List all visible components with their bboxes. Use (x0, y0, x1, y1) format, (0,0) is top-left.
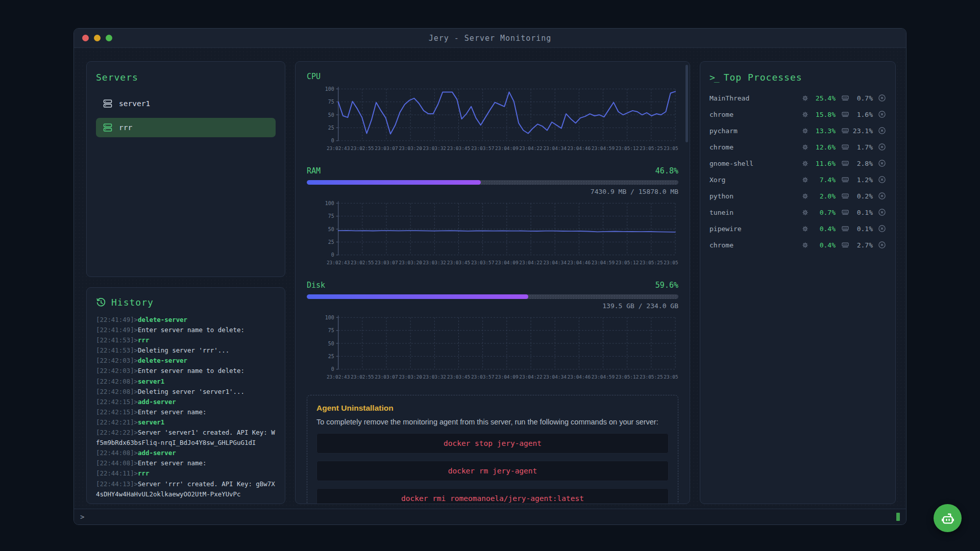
disk-percent: 59.6% (655, 281, 678, 290)
process-name: chrome (709, 143, 802, 151)
cpu-gauge-icon (802, 128, 808, 134)
svg-text:23:04:59: 23:04:59 (592, 260, 615, 265)
svg-text:50: 50 (328, 341, 334, 346)
agent-uninstall-section: Agent Uninstallation To completely remov… (307, 395, 678, 504)
kill-process-button[interactable] (878, 208, 886, 216)
server-item-rrr[interactable]: rrr (96, 118, 276, 137)
history-entry: [22:42:15]>Enter server name: (96, 407, 276, 417)
close-window-button[interactable] (82, 35, 89, 41)
minimize-window-button[interactable] (94, 35, 101, 41)
cpu-chart: 025507510023:02:4323:02:5523:03:0723:03:… (307, 85, 678, 152)
server-name: server1 (119, 99, 150, 108)
svg-text:100: 100 (325, 315, 334, 320)
history-entry: [22:42:08]>server1 (96, 377, 276, 387)
kill-process-button[interactable] (878, 241, 886, 249)
history-entry: [22:42:21]>server1 (96, 417, 276, 428)
svg-text:23:04:22: 23:04:22 (519, 145, 542, 151)
server-item-server1[interactable]: server1 (96, 94, 276, 113)
window-controls (82, 35, 112, 41)
history-entry: [22:42:03]>Enter server name to delete: (96, 366, 276, 376)
disk-label: Disk (307, 281, 325, 290)
svg-text:23:03:45: 23:03:45 (447, 145, 470, 151)
history-panel: History [22:41:49]>delete-server[22:41:4… (86, 287, 285, 504)
history-entry: [22:42:22]>Server 'server1' created. API… (96, 428, 276, 448)
server-icon (103, 98, 113, 109)
svg-text:25: 25 (328, 239, 334, 245)
top-processes-panel: >_ Top Processes MainThread25.4%0.7%chro… (700, 61, 896, 504)
process-ram-percent: 0.7% (851, 94, 873, 102)
assistant-robot-button[interactable] (934, 504, 962, 532)
svg-text:23:04:46: 23:04:46 (568, 374, 591, 380)
process-ram-percent: 0.1% (851, 209, 873, 216)
svg-text:23:04:09: 23:04:09 (495, 145, 519, 151)
process-name: MainThread (709, 94, 802, 102)
agent-command: docker rmi romeomanoela/jery-agent:lates… (316, 488, 669, 504)
kill-process-button[interactable] (878, 176, 886, 184)
kill-process-button[interactable] (878, 127, 886, 135)
process-cpu-percent: 11.6% (811, 160, 836, 167)
memory-icon (842, 193, 849, 199)
svg-text:23:03:07: 23:03:07 (375, 374, 398, 380)
history-entry: [22:41:49]>delete-server (96, 315, 276, 325)
svg-text:23:03:32: 23:03:32 (423, 374, 446, 380)
kill-process-button[interactable] (878, 224, 886, 233)
kill-process-button[interactable] (878, 192, 886, 200)
top-processes-title: >_ Top Processes (709, 72, 886, 83)
disk-chart: 025507510023:02:4323:02:5523:03:0723:03:… (307, 313, 678, 381)
svg-text:23:05:44: 23:05:44 (664, 145, 678, 151)
process-cpu-percent: 13.3% (811, 127, 836, 135)
metrics-panel: CPU 025507510023:02:4323:02:5523:03:0723… (295, 61, 690, 504)
terminal-prompt-icon: >_ (709, 72, 719, 83)
process-row: pipewire0.4%0.1% (709, 223, 886, 234)
svg-text:75: 75 (328, 99, 334, 105)
kill-process-button[interactable] (878, 159, 886, 167)
cpu-gauge-icon (802, 160, 808, 167)
scrollbar-thumb[interactable] (685, 65, 688, 142)
svg-text:23:03:20: 23:03:20 (399, 145, 422, 151)
history-entry: [22:44:13]>Server 'rrr' created. API Key… (96, 479, 276, 499)
svg-text:23:05:25: 23:05:25 (640, 374, 663, 380)
servers-panel-title: Servers (96, 72, 276, 83)
maximize-window-button[interactable] (106, 35, 112, 41)
memory-icon (842, 242, 849, 248)
ram-progress-track (307, 180, 678, 185)
svg-text:0: 0 (331, 366, 334, 372)
agent-command: docker rm jery-agent (316, 461, 669, 481)
memory-icon (842, 128, 849, 134)
kill-process-button[interactable] (878, 110, 886, 118)
kill-process-button[interactable] (878, 143, 886, 151)
svg-text:23:04:22: 23:04:22 (519, 260, 542, 265)
svg-text:25: 25 (328, 125, 334, 131)
process-cpu-percent: 2.0% (811, 192, 836, 200)
history-icon (96, 297, 106, 308)
memory-icon (842, 95, 849, 101)
process-name: pipewire (709, 225, 802, 233)
process-row: chrome0.4%2.7% (709, 240, 886, 250)
svg-text:23:04:34: 23:04:34 (543, 374, 567, 380)
disk-usage-text: 139.5 GB / 234.0 GB (307, 302, 678, 310)
svg-text:25: 25 (328, 354, 334, 359)
cpu-gauge-icon (802, 242, 808, 248)
history-entry: [22:44:08]>Enter server name: (96, 458, 276, 468)
svg-text:23:04:59: 23:04:59 (592, 145, 615, 151)
command-input[interactable] (88, 513, 896, 521)
history-title-text: History (111, 297, 154, 308)
svg-text:23:05:12: 23:05:12 (616, 374, 639, 380)
svg-text:23:02:43: 23:02:43 (327, 260, 350, 265)
command-cursor (896, 513, 900, 521)
process-cpu-percent: 25.4% (811, 94, 836, 102)
ram-label: RAM (307, 166, 321, 176)
ram-progress-fill (307, 180, 481, 185)
process-ram-percent: 0.1% (851, 225, 873, 233)
cpu-label: CPU (307, 72, 678, 81)
svg-text:23:02:43: 23:02:43 (327, 145, 350, 151)
command-bar: > (74, 509, 906, 524)
process-row: MainThread25.4%0.7% (709, 93, 886, 103)
history-entry: [22:42:15]>add-server (96, 397, 276, 407)
svg-text:23:03:45: 23:03:45 (447, 374, 470, 380)
server-list: server1rrr (96, 94, 276, 137)
kill-process-button[interactable] (878, 94, 886, 102)
svg-text:75: 75 (328, 328, 334, 333)
svg-text:23:02:43: 23:02:43 (327, 374, 350, 380)
app-window: Jery - Server Monitoring Servers server1… (74, 28, 906, 525)
